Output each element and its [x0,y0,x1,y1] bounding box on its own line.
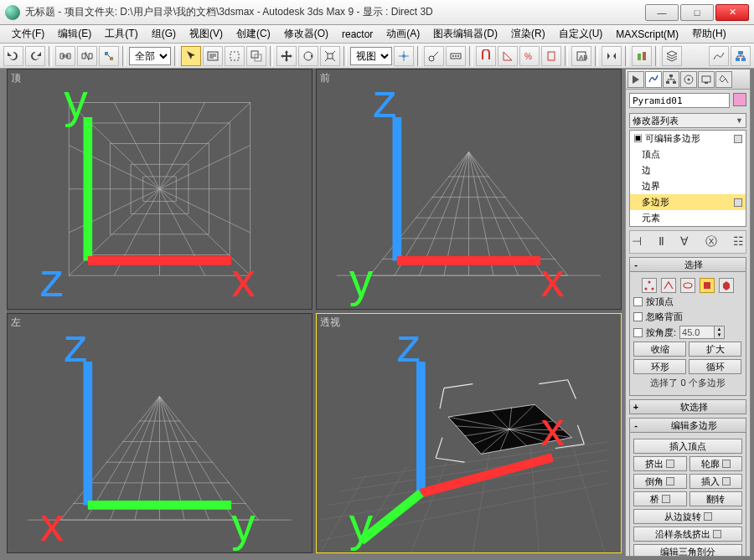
align-button[interactable] [632,46,652,66]
tab-display[interactable] [698,71,715,88]
ref-coord-system[interactable]: 视图 [350,47,392,65]
stack-edge[interactable]: 边 [630,162,746,178]
loop-button[interactable]: 循环 [689,359,741,374]
svg-rect-1 [110,57,113,60]
so-border-button[interactable] [680,278,695,293]
named-sel-sets-button[interactable]: ABC [571,46,591,66]
remove-modifier-icon[interactable]: ⓧ [705,234,717,249]
tab-create[interactable] [627,71,644,88]
inset-button[interactable]: 插入 [689,474,743,489]
tab-hierarchy[interactable] [663,71,679,88]
angle-snap-button[interactable] [498,46,518,66]
extrude-spline-button[interactable]: 沿样条线挤出 [633,527,742,542]
edit-tri-button[interactable]: 编辑三角剖分 [633,544,742,557]
menu-reactor[interactable]: reactor [335,27,380,42]
tab-utilities[interactable] [715,71,732,88]
rollout-softsel-header[interactable]: +软选择 [629,399,746,414]
svg-text:z: z [373,74,397,127]
schematic-view-button[interactable] [731,46,751,66]
move-button[interactable] [276,46,297,66]
scale-button[interactable] [320,46,340,66]
selection-filter[interactable]: 全部 [129,47,171,65]
viewport-top[interactable]: 顶 yxz [7,69,312,310]
viewport-front[interactable]: 前 zxy [316,69,622,310]
select-manipulate-button[interactable] [424,46,444,66]
pin-stack-icon[interactable]: ⊣ [632,234,642,249]
snap-toggle-button[interactable] [476,46,496,66]
rotate-button[interactable] [298,46,318,66]
ring-button[interactable]: 环形 [633,359,686,374]
rollout-editpoly-header[interactable]: -编辑多边形 [629,418,746,433]
stack-element[interactable]: 元素 [630,210,746,226]
link-button[interactable] [55,46,75,66]
close-button[interactable]: ✕ [715,4,749,21]
configure-sets-icon[interactable]: ☷ [733,234,744,249]
menu-create[interactable]: 创建(C) [230,25,277,43]
menu-modifiers[interactable]: 修改器(O) [277,25,335,43]
ignore-backfacing-checkbox[interactable] [633,312,643,321]
modifier-list-dropdown[interactable]: 修改器列表 [629,113,746,128]
rollout-selection-header[interactable]: -选择 [629,257,746,272]
flip-button[interactable]: 翻转 [689,491,743,506]
viewport-left[interactable]: 左 zyx [7,313,312,554]
mirror-button[interactable] [602,46,622,66]
menu-tools[interactable]: 工具(T) [98,25,144,43]
insert-vertex-button[interactable]: 插入顶点 [633,439,742,454]
by-vertex-checkbox[interactable] [633,297,643,306]
minimize-button[interactable]: — [645,4,679,21]
spinner-snap-button[interactable] [541,46,561,66]
menu-rendering[interactable]: 渲染(R) [504,25,552,43]
grow-button[interactable]: 扩大 [689,342,741,357]
so-vertex-button[interactable] [642,278,657,293]
menu-graph[interactable]: 图表编辑器(D) [426,25,504,43]
curve-editor-button[interactable] [709,46,729,66]
so-edge-button[interactable] [661,278,676,293]
menu-maxscript[interactable]: MAXScript(M) [609,27,685,42]
menu-animation[interactable]: 动画(A) [380,25,426,43]
menu-edit[interactable]: 编辑(E) [51,25,98,43]
bind-button[interactable] [99,46,119,66]
menu-group[interactable]: 组(G) [145,25,183,43]
percent-snap-button[interactable]: % [519,46,540,66]
svg-point-115 [645,288,648,290]
tab-modify[interactable] [645,71,662,88]
object-color-swatch[interactable] [733,93,746,106]
outline-button[interactable]: 轮廓 [689,456,743,471]
object-name-field[interactable] [629,93,730,108]
select-by-name-button[interactable] [203,46,223,66]
window-crossing-button[interactable] [246,46,266,66]
stack-vertex[interactable]: 顶点 [630,146,746,162]
select-region-button[interactable] [225,46,245,66]
layers-button[interactable] [662,46,682,66]
menu-help[interactable]: 帮助(H) [685,25,733,43]
modifier-stack[interactable]: ▣ 可编辑多边形 顶点 边 边界 多边形 元素 [629,130,746,227]
viewport-area: 顶 yxz 前 zxy [7,69,622,553]
extrude-button[interactable]: 挤出 [633,456,687,471]
menu-customize[interactable]: 自定义(U) [552,25,610,43]
use-pivot-button[interactable] [394,46,414,66]
unlink-button[interactable] [77,46,97,66]
angle-spinner[interactable]: ▲▼ [679,326,725,339]
menu-views[interactable]: 视图(V) [183,25,230,43]
menu-file[interactable]: 文件(F) [5,25,51,43]
show-result-icon[interactable]: Ⅱ [658,234,664,249]
bridge-button[interactable]: 桥 [633,491,687,506]
viewport-perspective[interactable]: 透视 zxy [316,313,622,554]
shrink-button[interactable]: 收缩 [633,342,686,357]
hinge-edge-button[interactable]: 从边旋转 [633,509,742,524]
keyboard-shortcut-button[interactable] [446,46,466,66]
redo-button[interactable] [25,46,45,66]
bevel-button[interactable]: 倒角 [633,474,687,489]
undo-button[interactable] [3,46,23,66]
so-element-button[interactable] [719,278,734,293]
svg-point-11 [452,55,454,57]
select-object-button[interactable] [181,46,201,66]
stack-polygon[interactable]: 多边形 [630,194,746,210]
tab-motion[interactable] [680,71,697,88]
make-unique-icon[interactable]: ∀ [680,234,689,249]
maximize-button[interactable]: □ [680,4,714,21]
by-angle-checkbox[interactable] [633,328,643,337]
so-polygon-button[interactable] [700,278,715,293]
stack-border[interactable]: 边界 [630,178,746,194]
stack-root[interactable]: ▣ 可编辑多边形 [630,131,746,146]
